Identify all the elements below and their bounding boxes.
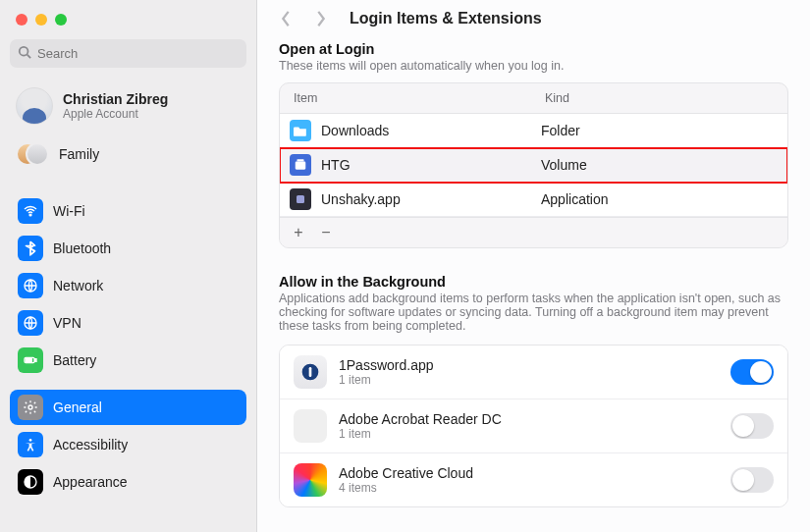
minimize-window-button[interactable] — [35, 14, 47, 26]
sidebar-item-accessibility[interactable]: Accessibility — [10, 427, 246, 462]
bg-item-sub: 4 items — [339, 481, 719, 495]
forward-button[interactable] — [310, 10, 332, 27]
item-kind: Folder — [541, 123, 580, 138]
bluetooth-icon — [18, 236, 43, 261]
item-kind: Application — [541, 191, 609, 207]
sidebar-label: Appearance — [53, 474, 128, 490]
accessibility-icon — [18, 432, 43, 457]
sidebar-item-vpn[interactable]: VPN — [10, 305, 246, 341]
account-sub: Apple Account — [63, 107, 168, 121]
sidebar-label: Wi-Fi — [53, 203, 85, 219]
app-icon — [294, 409, 327, 443]
app-icon — [290, 188, 311, 210]
svg-line-1 — [27, 55, 31, 59]
table-row[interactable]: Unshaky.app Application — [280, 183, 787, 217]
gear-icon — [18, 395, 43, 420]
search-icon — [18, 45, 31, 62]
battery-icon — [18, 347, 43, 373]
svg-rect-12 — [297, 159, 304, 161]
main-panel: Login Items & Extensions Open at Login T… — [257, 0, 810, 532]
app-icon — [294, 463, 327, 497]
svg-point-9 — [29, 439, 32, 442]
list-item[interactable]: 1Password.app 1 item — [280, 346, 787, 399]
svg-rect-11 — [296, 162, 306, 170]
item-name: Downloads — [321, 123, 541, 138]
svg-point-8 — [28, 405, 32, 409]
svg-point-0 — [20, 47, 28, 56]
toggle-switch[interactable] — [730, 467, 774, 493]
wifi-icon — [18, 198, 43, 224]
toggle-switch[interactable] — [730, 413, 774, 439]
col-item-header: Item — [294, 91, 545, 105]
family-label: Family — [59, 146, 99, 162]
sidebar-label: VPN — [53, 315, 81, 331]
sidebar-item-bluetooth[interactable]: Bluetooth — [10, 231, 246, 266]
remove-item-button[interactable]: − — [319, 224, 333, 241]
sidebar-item-general[interactable]: General — [10, 390, 246, 425]
sidebar-item-wifi[interactable]: Wi-Fi — [10, 193, 246, 229]
bg-item-sub: 1 item — [339, 373, 719, 387]
svg-rect-7 — [26, 359, 31, 362]
folder-icon — [290, 120, 311, 141]
svg-rect-13 — [297, 195, 304, 203]
bg-item-name: Adobe Creative Cloud — [339, 465, 719, 481]
sidebar-label: Network — [53, 278, 103, 293]
sidebar-label: General — [53, 399, 102, 415]
login-items-table: Item Kind Downloads Folder HTG Volume — [279, 82, 788, 248]
bg-item-name: 1Password.app — [339, 357, 719, 373]
sidebar-item-family[interactable]: Family — [10, 133, 246, 176]
col-kind-header: Kind — [545, 91, 774, 105]
search-field[interactable] — [10, 39, 246, 68]
svg-point-2 — [29, 214, 31, 216]
network-icon — [18, 273, 43, 298]
table-row[interactable]: Downloads Folder — [280, 114, 787, 148]
sidebar-item-appearance[interactable]: Appearance — [10, 464, 246, 500]
family-icon — [16, 140, 49, 168]
account-name: Christian Zibreg — [63, 91, 168, 107]
volume-icon — [290, 154, 311, 176]
sidebar-label: Battery — [53, 352, 96, 368]
item-kind: Volume — [541, 157, 587, 173]
search-input[interactable] — [37, 46, 239, 61]
background-heading: Allow in the Background — [279, 274, 788, 290]
sidebar-item-battery[interactable]: Battery — [10, 343, 246, 378]
add-item-button[interactable]: + — [292, 224, 305, 241]
svg-rect-15 — [309, 367, 312, 377]
toggle-switch[interactable] — [730, 359, 774, 385]
vpn-icon — [18, 310, 43, 336]
background-desc: Applications add background items to per… — [279, 292, 788, 333]
list-item[interactable]: Adobe Creative Cloud 4 items — [280, 453, 787, 506]
svg-rect-6 — [35, 359, 36, 362]
bg-item-sub: 1 item — [339, 427, 719, 441]
window-controls — [10, 10, 246, 39]
avatar — [16, 87, 53, 125]
sidebar-label: Bluetooth — [53, 240, 111, 256]
page-title: Login Items & Extensions — [350, 10, 542, 27]
open-at-login-desc: These items will open automatically when… — [279, 59, 788, 73]
sidebar: Christian Zibreg Apple Account Family Wi… — [0, 0, 257, 532]
apple-account[interactable]: Christian Zibreg Apple Account — [10, 81, 246, 131]
item-name: Unshaky.app — [321, 191, 541, 207]
sidebar-item-network[interactable]: Network — [10, 268, 246, 303]
open-at-login-heading: Open at Login — [279, 41, 788, 57]
appearance-icon — [18, 469, 43, 495]
table-row[interactable]: HTG Volume — [280, 148, 787, 183]
back-button[interactable] — [275, 10, 297, 27]
item-name: HTG — [321, 157, 541, 173]
bg-item-name: Adobe Acrobat Reader DC — [339, 411, 719, 427]
app-icon — [294, 355, 327, 389]
maximize-window-button[interactable] — [55, 14, 67, 26]
sidebar-label: Accessibility — [53, 437, 128, 452]
close-window-button[interactable] — [16, 14, 27, 26]
background-list: 1Password.app 1 item Adobe Acrobat Reade… — [279, 345, 788, 507]
list-item[interactable]: Adobe Acrobat Reader DC 1 item — [280, 399, 787, 453]
